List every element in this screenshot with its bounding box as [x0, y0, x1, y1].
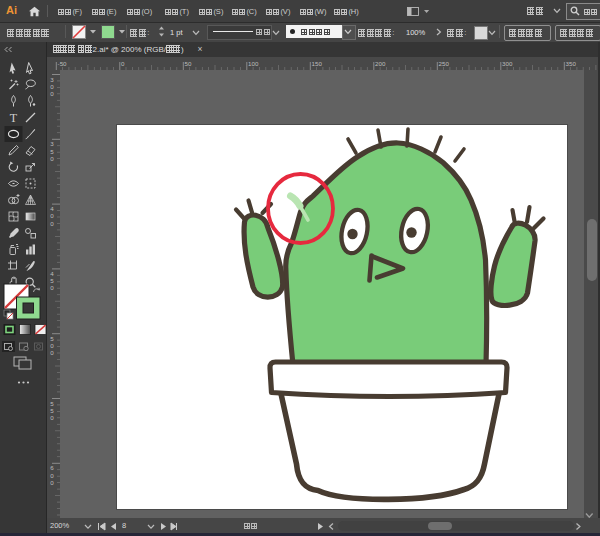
- svg-text:100: 100: [248, 60, 259, 67]
- svg-text:5: 5: [50, 148, 54, 155]
- svg-text:5: 5: [50, 277, 54, 284]
- svg-text:5: 5: [50, 400, 54, 407]
- svg-text:0: 0: [50, 83, 54, 90]
- svg-text:-50: -50: [58, 60, 68, 67]
- svg-text:0: 0: [50, 342, 54, 349]
- svg-text:0: 0: [121, 60, 125, 67]
- svg-text:200: 200: [375, 60, 386, 67]
- svg-text:0: 0: [50, 220, 54, 227]
- svg-text:T: T: [10, 111, 18, 125]
- svg-text:250: 250: [439, 60, 450, 67]
- svg-text:0: 0: [50, 479, 54, 486]
- svg-text:4: 4: [50, 205, 54, 212]
- svg-text:5: 5: [50, 335, 54, 342]
- svg-text:4: 4: [50, 270, 54, 277]
- svg-text:6: 6: [50, 464, 54, 471]
- svg-text:0: 0: [50, 472, 54, 479]
- svg-text:0: 0: [50, 414, 54, 421]
- svg-text:300: 300: [502, 60, 513, 67]
- svg-text:0: 0: [50, 155, 54, 162]
- svg-text:0: 0: [50, 90, 54, 97]
- svg-text:0: 0: [50, 284, 54, 291]
- svg-text:0: 0: [50, 212, 54, 219]
- svg-text:350: 350: [566, 60, 577, 67]
- svg-text:150: 150: [312, 60, 323, 67]
- svg-text:3: 3: [50, 140, 54, 147]
- svg-text:3: 3: [50, 76, 54, 83]
- svg-text:0: 0: [50, 349, 54, 356]
- svg-text:50: 50: [185, 60, 192, 67]
- svg-text:5: 5: [50, 407, 54, 414]
